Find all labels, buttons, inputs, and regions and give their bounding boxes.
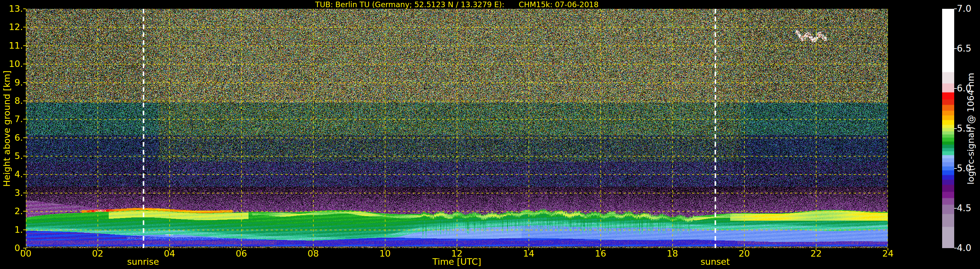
x-tick-mark bbox=[241, 248, 242, 250]
colorbar-tick-mark bbox=[954, 248, 957, 248]
y-tick-mark bbox=[23, 137, 26, 138]
x-tick-mark bbox=[385, 248, 385, 250]
y-tick-label: 13. bbox=[0, 4, 23, 14]
y-tick-label: 2. bbox=[0, 206, 23, 216]
y-tick-label: 10. bbox=[0, 59, 23, 69]
y-tick-label: 3. bbox=[0, 188, 23, 198]
y-tick-label: 12. bbox=[0, 22, 23, 32]
colorbar-tick-mark bbox=[954, 168, 957, 169]
x-tick-mark bbox=[816, 248, 816, 250]
colorbar-tick-label: 6.0 bbox=[957, 83, 980, 94]
colorbar-tick-mark bbox=[954, 8, 957, 9]
x-tick-mark bbox=[169, 248, 170, 250]
y-tick-mark bbox=[23, 193, 26, 193]
y-tick-mark bbox=[23, 100, 26, 101]
colorbar-tick-label: 5.0 bbox=[957, 163, 980, 173]
y-tick-mark bbox=[23, 82, 26, 83]
colorbar-tick-mark bbox=[954, 48, 957, 49]
ceilometer-quicklook-figure: TUB: Berlin TU (Germany; 52.5123 N / 13.… bbox=[0, 0, 980, 269]
y-tick-mark bbox=[23, 45, 26, 46]
colorbar bbox=[942, 9, 954, 248]
colorbar-tick-label: 7.0 bbox=[957, 3, 980, 14]
colorbar-tick-mark bbox=[954, 208, 957, 209]
y-tick-mark bbox=[23, 229, 26, 230]
colorbar-tick-label: 4.0 bbox=[957, 243, 980, 253]
colorbar-tick-mark bbox=[954, 128, 957, 129]
y-tick-label: 9. bbox=[0, 78, 23, 88]
y-tick-mark bbox=[23, 27, 26, 27]
y-tick-label: 5. bbox=[0, 151, 23, 161]
y-tick-label: 8. bbox=[0, 96, 23, 106]
y-tick-label: 7. bbox=[0, 114, 23, 124]
x-tick-mark bbox=[457, 248, 457, 250]
y-tick-mark bbox=[23, 156, 26, 156]
y-tick-label: 6. bbox=[0, 133, 23, 143]
y-tick-mark bbox=[23, 174, 26, 175]
heatmap-plot bbox=[26, 9, 888, 248]
x-tick-mark bbox=[600, 248, 601, 250]
x-tick-mark bbox=[672, 248, 673, 250]
page-title: TUB: Berlin TU (Germany; 52.5123 N / 13.… bbox=[26, 0, 888, 9]
x-tick-mark bbox=[528, 248, 529, 250]
colorbar-tick-label: 4.5 bbox=[957, 203, 980, 213]
y-tick-mark bbox=[23, 211, 26, 212]
x-tick-mark bbox=[25, 248, 26, 250]
x-tick-mark bbox=[888, 248, 888, 250]
y-tick-mark bbox=[23, 64, 26, 64]
x-tick-mark bbox=[744, 248, 745, 250]
colorbar-tick-mark bbox=[954, 88, 957, 89]
y-tick-label: 1. bbox=[0, 225, 23, 235]
colorbar-tick-label: 6.5 bbox=[957, 43, 980, 54]
x-tick-mark bbox=[97, 248, 98, 250]
y-tick-label: 4. bbox=[0, 169, 23, 179]
x-tick-mark bbox=[313, 248, 313, 250]
colorbar-tick-label: 5.5 bbox=[957, 123, 980, 134]
y-tick-mark bbox=[23, 119, 26, 119]
y-tick-label: 11. bbox=[0, 41, 23, 51]
y-tick-mark bbox=[23, 8, 26, 9]
